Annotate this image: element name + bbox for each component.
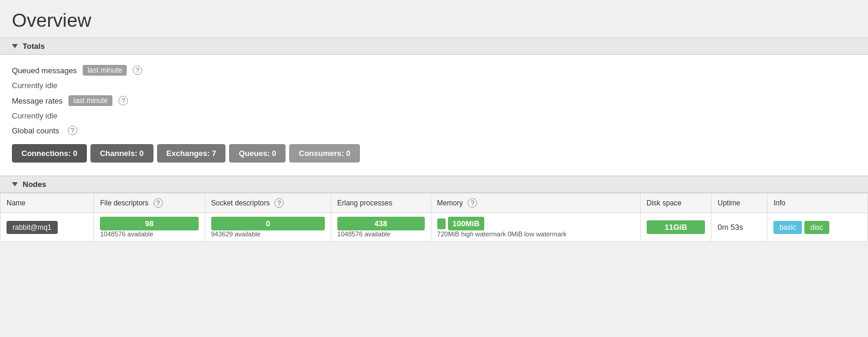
message-rates-row: Message rates last minute ? bbox=[12, 92, 856, 109]
col-disk-space-label: Disk space bbox=[647, 199, 682, 207]
queued-messages-badge[interactable]: last minute bbox=[83, 65, 127, 76]
memory-sub: 720MiB high watermark 0MiB low watermark bbox=[437, 230, 634, 238]
info-basic-button[interactable]: basic bbox=[773, 221, 802, 234]
global-counts-help-icon[interactable]: ? bbox=[68, 126, 77, 135]
col-file-descriptors: File descriptors ? bbox=[94, 194, 205, 213]
totals-content: Queued messages last minute ? Currently … bbox=[0, 55, 868, 176]
socket-descriptors-sub: 943629 available bbox=[211, 230, 325, 238]
col-erlang-processes-label: Erlang processes bbox=[337, 199, 393, 207]
totals-section-title: Totals bbox=[23, 42, 45, 51]
count-btn-channels[interactable]: Channels: 0 bbox=[90, 144, 153, 163]
node-name[interactable]: rabbit@mq1 bbox=[7, 221, 58, 234]
count-btn-exchanges[interactable]: Exchanges: 7 bbox=[157, 144, 226, 163]
count-btn-connections[interactable]: Connections: 0 bbox=[12, 144, 87, 163]
queued-messages-help-icon[interactable]: ? bbox=[133, 65, 142, 75]
col-memory-label: Memory bbox=[437, 199, 463, 207]
global-counts-row: Global counts ? bbox=[12, 123, 856, 138]
global-counts-label: Global counts bbox=[12, 126, 59, 135]
col-name: Name bbox=[1, 194, 94, 213]
col-socket-descriptors-label: Socket descriptors bbox=[211, 199, 270, 207]
memory-help-icon[interactable]: ? bbox=[468, 198, 477, 208]
totals-section-header: Totals bbox=[0, 38, 868, 55]
erlang-processes-value: 438 bbox=[337, 217, 425, 230]
message-rates-help-icon[interactable]: ? bbox=[118, 96, 128, 105]
col-name-label: Name bbox=[7, 199, 26, 207]
nodes-table-wrapper: Name File descriptors ? Socket descripto… bbox=[0, 193, 868, 242]
queued-messages-row: Queued messages last minute ? bbox=[12, 62, 856, 79]
col-file-descriptors-label: File descriptors bbox=[100, 199, 148, 207]
col-info-label: Info bbox=[773, 199, 785, 207]
col-uptime-label: Uptime bbox=[717, 199, 740, 207]
memory-value: 100MiB bbox=[448, 217, 485, 230]
totals-collapse-arrow[interactable] bbox=[12, 44, 18, 48]
col-memory: Memory ? bbox=[431, 194, 640, 213]
message-rates-label: Message rates bbox=[12, 96, 62, 105]
message-rates-idle: Currently idle bbox=[12, 109, 856, 123]
count-btn-consumers[interactable]: Consumers: 0 bbox=[289, 144, 360, 163]
info-disc-button[interactable]: disc bbox=[804, 221, 829, 234]
page-title: Overview bbox=[0, 0, 868, 38]
counts-row: Connections: 0Channels: 0Exchanges: 7Que… bbox=[12, 138, 856, 168]
nodes-collapse-arrow[interactable] bbox=[12, 182, 18, 186]
queued-messages-idle: Currently idle bbox=[12, 79, 856, 92]
socket-descriptors-value: 0 bbox=[211, 217, 325, 230]
file-desc-help-icon[interactable]: ? bbox=[153, 198, 163, 208]
file-descriptors-value: 98 bbox=[100, 217, 198, 230]
nodes-section-title: Nodes bbox=[23, 180, 46, 189]
message-rates-badge[interactable]: last minute bbox=[68, 95, 112, 106]
disk-space-value: 11GiB bbox=[647, 220, 706, 234]
col-info: Info bbox=[767, 194, 868, 213]
col-disk-space: Disk space bbox=[640, 194, 712, 213]
erlang-processes-sub: 1048576 available bbox=[337, 230, 425, 238]
nodes-table-header-row: Name File descriptors ? Socket descripto… bbox=[1, 194, 868, 213]
queued-messages-label: Queued messages bbox=[12, 66, 77, 75]
file-descriptors-sub: 1048576 available bbox=[100, 230, 198, 238]
memory-bar-indicator bbox=[437, 219, 446, 229]
nodes-section-header: Nodes bbox=[0, 176, 868, 193]
col-socket-descriptors: Socket descriptors ? bbox=[205, 194, 331, 213]
count-btn-queues[interactable]: Queues: 0 bbox=[229, 144, 286, 163]
col-uptime: Uptime bbox=[712, 194, 767, 213]
table-row: rabbit@mq1981048576 available0943629 ava… bbox=[1, 213, 868, 242]
nodes-table: Name File descriptors ? Socket descripto… bbox=[0, 193, 868, 242]
socket-desc-help-icon[interactable]: ? bbox=[274, 198, 284, 208]
page-wrapper: Overview Totals Queued messages last min… bbox=[0, 0, 868, 337]
nodes-tbody: rabbit@mq1981048576 available0943629 ava… bbox=[1, 213, 868, 242]
col-erlang-processes: Erlang processes bbox=[331, 194, 431, 213]
uptime-value: 0m 53s bbox=[712, 213, 767, 242]
